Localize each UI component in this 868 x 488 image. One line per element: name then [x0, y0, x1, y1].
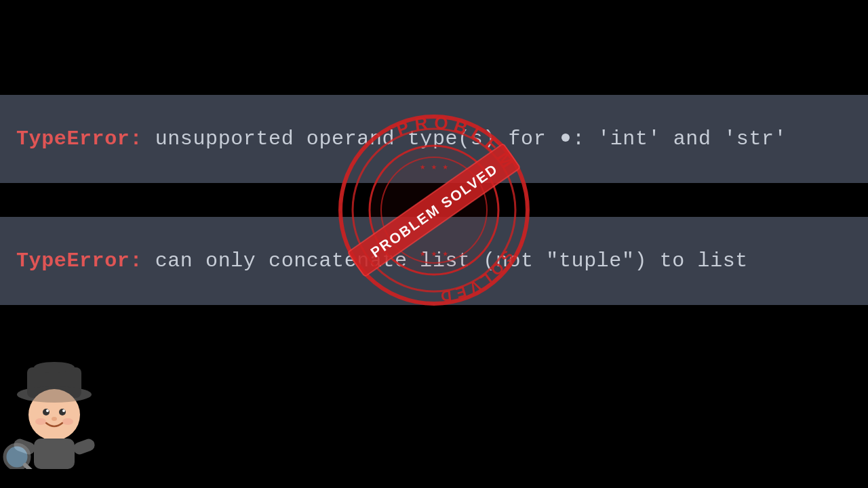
svg-rect-13: [72, 437, 96, 456]
svg-text:★ ★ ★: ★ ★ ★: [420, 248, 449, 259]
svg-text:★ ★ ★: ★ ★ ★: [420, 161, 449, 172]
bullet-icon: [561, 134, 570, 142]
problem-solved-stamp: ★ ★ ★ ★ ★ ★ PROBLEM SOLVED PROBLEM SOLVE…: [326, 102, 542, 319]
svg-point-5: [59, 409, 66, 415]
svg-point-4: [43, 409, 50, 415]
svg-point-7: [62, 409, 65, 412]
error-keyword-2: TypeError:: [16, 249, 142, 272]
svg-point-6: [46, 409, 49, 412]
svg-rect-11: [34, 439, 75, 469]
svg-point-2: [34, 362, 75, 373]
svg-point-10: [62, 418, 73, 425]
bottom-black-bar: [0, 305, 868, 488]
error-keyword-1: TypeError:: [16, 127, 142, 150]
svg-point-9: [35, 418, 46, 425]
svg-line-15: [25, 465, 35, 469]
svg-point-16: [17, 386, 92, 403]
detective-character: [0, 347, 108, 488]
top-black-bar: [0, 0, 868, 95]
error-message-1b: : 'int' and 'str': [572, 127, 787, 150]
svg-point-8: [52, 417, 57, 421]
